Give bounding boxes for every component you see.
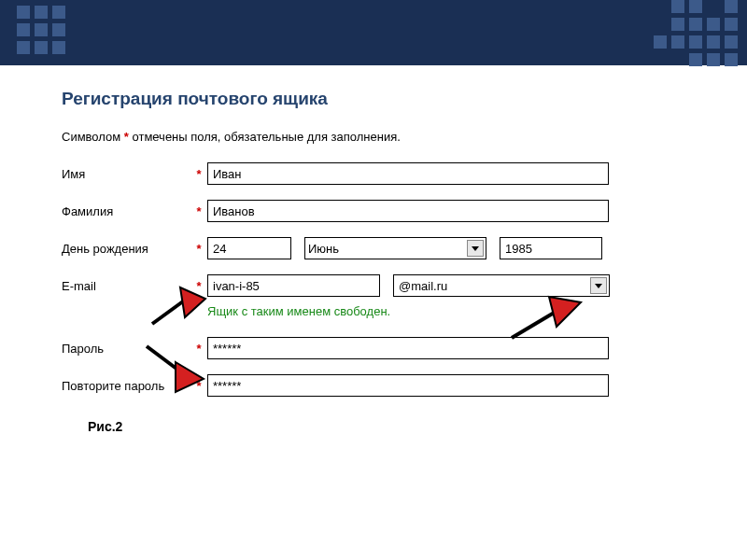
last-name-input[interactable] bbox=[207, 200, 609, 222]
email-domain-value: @mail.ru bbox=[399, 279, 447, 293]
last-name-label: Фамилия bbox=[62, 204, 192, 218]
required-mark: * bbox=[192, 379, 205, 393]
birthday-month-value: Июнь bbox=[308, 242, 339, 256]
required-mark: * bbox=[192, 242, 205, 256]
birthday-day-input[interactable] bbox=[207, 237, 291, 259]
password-confirm-label: Повторите пароль bbox=[62, 379, 192, 393]
row-birthday: День рождения * Июнь bbox=[62, 237, 702, 259]
note-prefix: Символом bbox=[62, 130, 124, 144]
required-mark: * bbox=[192, 279, 205, 293]
page-title: Регистрация почтового ящика bbox=[62, 89, 702, 109]
email-domain-select[interactable]: @mail.ru bbox=[393, 274, 610, 297]
required-mark: * bbox=[192, 342, 205, 356]
figure-label: Рис.2 bbox=[88, 419, 702, 434]
header-bar bbox=[0, 0, 747, 65]
form-content: Регистрация почтового ящика Символом * о… bbox=[0, 65, 747, 443]
row-first-name: Имя * bbox=[62, 162, 702, 185]
birthday-label: День рождения bbox=[62, 242, 192, 256]
first-name-label: Имя bbox=[62, 167, 192, 181]
chevron-down-icon[interactable] bbox=[467, 240, 484, 257]
required-note: Символом * отмечены поля, обязательные д… bbox=[62, 130, 702, 144]
deco-grid-right bbox=[654, 0, 738, 66]
note-suffix: отмечены поля, обязательные для заполнен… bbox=[129, 130, 401, 144]
deco-grid-left bbox=[17, 6, 65, 54]
row-last-name: Фамилия * bbox=[62, 200, 702, 222]
password-label: Пароль bbox=[62, 342, 192, 356]
email-label: E-mail bbox=[62, 279, 192, 293]
password-confirm-input[interactable] bbox=[207, 374, 609, 397]
row-password: Пароль * bbox=[62, 337, 702, 359]
birthday-year-input[interactable] bbox=[500, 237, 602, 259]
birthday-month-select[interactable]: Июнь bbox=[304, 237, 486, 259]
row-password-confirm: Повторите пароль * bbox=[62, 374, 702, 397]
chevron-down-icon[interactable] bbox=[590, 277, 607, 294]
first-name-input[interactable] bbox=[207, 162, 609, 185]
email-input[interactable] bbox=[207, 274, 380, 297]
required-mark: * bbox=[192, 204, 205, 218]
row-email: E-mail * @mail.ru bbox=[62, 274, 702, 297]
password-input[interactable] bbox=[207, 337, 609, 359]
required-mark: * bbox=[192, 167, 205, 181]
svg-line-0 bbox=[152, 299, 187, 324]
email-available-status: Ящик с таким именем свободен. bbox=[207, 304, 702, 318]
